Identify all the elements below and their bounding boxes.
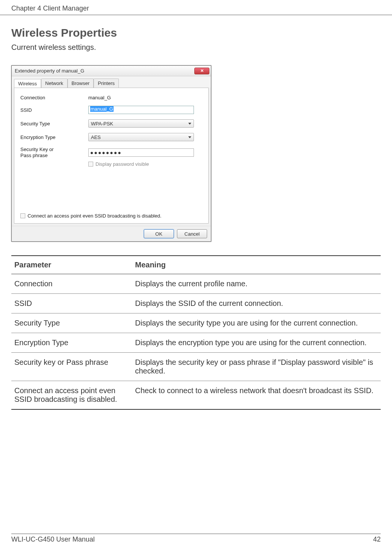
page-header: Chapter 4 Client Manager <box>0 0 392 15</box>
security-type-value: WPA-PSK <box>91 121 113 127</box>
close-button[interactable]: ✕ <box>194 68 209 74</box>
cell-meaning: Displays the SSID of the current connect… <box>132 294 381 313</box>
footer-page: 42 <box>373 536 381 543</box>
encryption-type-select[interactable]: AES <box>88 133 194 141</box>
th-parameter: Parameter <box>11 256 132 274</box>
th-meaning: Meaning <box>132 256 381 274</box>
cancel-button[interactable]: Cancel <box>177 229 207 238</box>
tab-strip: Wireless Network Browser Printers <box>12 76 211 88</box>
table-row: Connection Displays the current profile … <box>11 274 381 294</box>
tab-wireless[interactable]: Wireless <box>14 79 41 88</box>
cell-param: Connect an access point even SSID broadc… <box>11 381 132 410</box>
cell-param: Encryption Type <box>11 333 132 353</box>
table-row: Security Type Displays the security type… <box>11 313 381 333</box>
chevron-down-icon <box>188 136 191 138</box>
ssid-value: manual_G <box>90 106 114 112</box>
cell-meaning: Displays the security type you are using… <box>132 313 381 333</box>
chevron-down-icon <box>188 123 191 125</box>
display-password-checkbox[interactable] <box>88 162 93 167</box>
table-row: Connect an access point even SSID broadc… <box>11 381 381 410</box>
label-encryption-type: Encryption Type <box>20 134 88 140</box>
parameter-table: Parameter Meaning Connection Displays th… <box>11 255 381 410</box>
security-type-select[interactable]: WPA-PSK <box>88 119 194 128</box>
connect-hidden-label: Connect an access point even SSID broadc… <box>28 213 161 219</box>
table-row: Security key or Pass phrase Displays the… <box>11 353 381 381</box>
section-desc: Current wireless settings. <box>11 43 381 52</box>
cell-param: Security key or Pass phrase <box>11 353 132 381</box>
section-title: Wireless Properties <box>11 26 381 39</box>
cell-param: Security Type <box>11 313 132 333</box>
close-icon: ✕ <box>200 68 204 73</box>
tab-browser[interactable]: Browser <box>68 79 94 88</box>
cell-param: SSID <box>11 294 132 313</box>
ok-button[interactable]: OK <box>144 229 174 238</box>
cell-meaning: Displays the security key or pass phrase… <box>132 353 381 381</box>
dialog-titlebar: Extended property of manual_G ✕ <box>12 66 211 76</box>
cell-meaning: Displays the current profile name. <box>132 274 381 294</box>
dialog-buttons: OK Cancel <box>12 226 211 241</box>
cell-param: Connection <box>11 274 132 294</box>
display-password-label: Display password visible <box>95 161 149 167</box>
security-key-value: ●●●●●●●● <box>90 150 122 156</box>
table-row: SSID Displays the SSID of the current co… <box>11 294 381 313</box>
dialog-title: Extended property of manual_G <box>15 68 194 74</box>
tab-printers[interactable]: Printers <box>94 79 119 88</box>
cell-meaning: Displays the encryption type you are usi… <box>132 333 381 353</box>
label-security-key: Security Key or Pass phrase <box>20 147 88 158</box>
ssid-input[interactable]: manual_G <box>88 106 194 114</box>
table-row: Encryption Type Displays the encryption … <box>11 333 381 353</box>
tab-body: Connection manual_G SSID manual_G Securi… <box>14 88 209 224</box>
label-ssid: SSID <box>20 107 88 113</box>
connect-hidden-checkbox[interactable] <box>20 213 25 218</box>
security-key-input[interactable]: ●●●●●●●● <box>88 148 194 157</box>
page-footer: WLI-UC-G450 User Manual 42 <box>11 534 381 543</box>
label-security-type: Security Type <box>20 121 88 127</box>
tab-network[interactable]: Network <box>41 79 68 88</box>
chapter-label: Chapter 4 Client Manager <box>11 5 89 12</box>
properties-dialog: Extended property of manual_G ✕ Wireless… <box>11 65 211 242</box>
cell-meaning: Check to connect to a wireless network t… <box>132 381 381 410</box>
value-connection: manual_G <box>88 95 111 100</box>
footer-manual: WLI-UC-G450 User Manual <box>11 536 95 543</box>
label-connection: Connection <box>20 95 88 100</box>
encryption-type-value: AES <box>91 134 101 140</box>
